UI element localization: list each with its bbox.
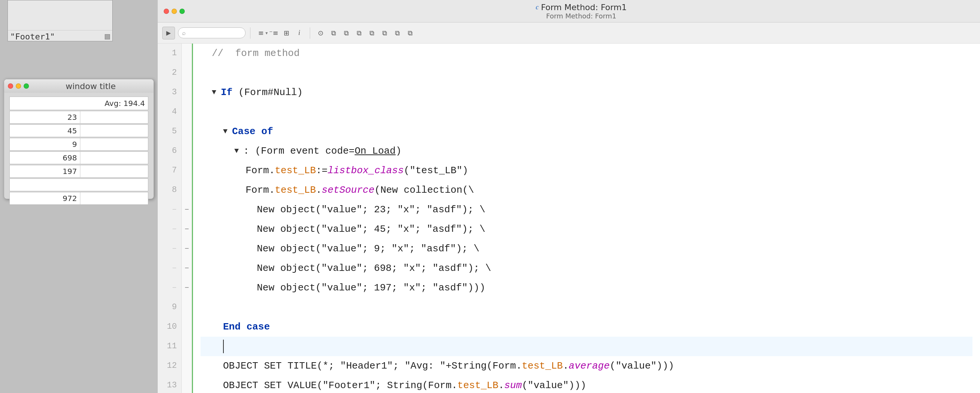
editor-body[interactable]: 1 2 3 4 5 6 7 8 – – – – – 9 10 11 12 13 … [158, 43, 980, 393]
line-num-13: 13 [158, 376, 177, 393]
editor-title-sub: Form Method: Form1 [188, 12, 974, 20]
editor-traffic-lights [164, 9, 185, 14]
collapse-if-icon[interactable]: ▼ [212, 83, 221, 102]
line-num-5: 5 [158, 122, 177, 141]
editor-toolbar: ▶ ⌕ ▾ ≡ ⁻≡ ⊞ i ⊙ ⧉ ⧉ ⧉ ⧉ ⧉ ⧉ ⧉ [158, 22, 980, 43]
collapse-colon-icon[interactable]: ▼ [234, 141, 243, 161]
format-buttons: ≡ ⁻≡ ⊞ i [255, 27, 305, 39]
clipboard-buttons: ⊙ ⧉ ⧉ ⧉ ⧉ ⧉ ⧉ ⧉ [315, 27, 416, 39]
editor-title-text: Form Method: Form1 [541, 3, 627, 12]
window-title: window title [32, 81, 150, 91]
gutter-minus-3: – [182, 239, 192, 259]
comment-text: // form method [212, 43, 300, 63]
code-line-cont-1: New object("value"; 23; "x"; "asdf"); \ [200, 200, 972, 219]
line-num-dash-4: – [158, 259, 177, 278]
line-num-dash-1: – [158, 200, 177, 219]
editor-title-center: c Form Method: Form1 Form Method: Form1 [188, 3, 974, 20]
editor-traffic-green[interactable] [180, 9, 185, 14]
end-case-keyword: End case [223, 317, 270, 337]
code-line-9 [200, 297, 972, 317]
cell-23: 23 [10, 111, 80, 123]
line-num-7: 7 [158, 161, 177, 181]
window-panel: window title Avg: 194.4 23 45 9 698 [4, 79, 154, 199]
cell-9: 9 [10, 138, 80, 150]
cell-197: 197 [10, 165, 80, 177]
clipboard-btn-7[interactable]: ⧉ [391, 27, 403, 39]
line-num-12: 12 [158, 356, 177, 376]
scroll-indicator[interactable] [105, 34, 110, 40]
window-content: Avg: 194.4 23 45 9 698 197 [4, 93, 154, 209]
code-line-3: ▼ If (Form#Null) [200, 83, 972, 102]
code-line-6: ▼ : (Form event code=On Load) [200, 141, 972, 161]
case-keyword: Case of [232, 122, 273, 141]
traffic-green[interactable] [24, 83, 29, 89]
data-row-4: 698 [10, 152, 148, 164]
cell-45: 45 [10, 125, 80, 137]
code-area[interactable]: // form method ▼ If (Form#Null) ▼ Case o… [193, 43, 980, 393]
editor-title-main: c Form Method: Form1 [188, 3, 974, 12]
clipboard-btn-2[interactable]: ⧉ [328, 27, 339, 39]
line-num-8: 8 [158, 181, 177, 200]
gutter: – – – – – [182, 43, 193, 393]
info-button[interactable]: i [293, 27, 305, 39]
clipboard-btn-3[interactable]: ⧉ [340, 27, 352, 39]
search-box[interactable]: ⌕ ▾ [178, 27, 245, 38]
traffic-red[interactable] [8, 83, 13, 89]
line-num-2: 2 [158, 63, 177, 83]
search-icon: ⌕ [182, 29, 186, 37]
editor-traffic-red[interactable] [164, 9, 169, 14]
editor-panel: c Form Method: Form1 Form Method: Form1 … [158, 0, 980, 393]
code-line-5: ▼ Case of [200, 122, 972, 141]
code-line-4 [200, 102, 972, 122]
code-line-13: OBJECT SET VALUE("Footer1"; String(Form.… [200, 376, 972, 393]
search-input[interactable] [188, 30, 263, 37]
on-load-link[interactable]: On Load [355, 141, 395, 161]
line-num-3: 3 [158, 83, 177, 102]
gutter-minus-1: – [182, 200, 192, 219]
code-line-cont-5: New object("value"; 197; "x"; "asdf"))) [200, 278, 972, 297]
clipboard-btn-1[interactable]: ⊙ [315, 27, 327, 39]
line-num-10: 10 [158, 317, 177, 337]
gutter-minus-5: – [182, 278, 192, 297]
format-button-1[interactable]: ≡ [255, 27, 267, 39]
format-button-3[interactable]: ⊞ [280, 27, 293, 39]
clipboard-btn-8[interactable]: ⧉ [404, 27, 416, 39]
editor-traffic-yellow[interactable] [172, 9, 177, 14]
run-button[interactable]: ▶ [162, 27, 175, 40]
format-button-2[interactable]: ⁻≡ [268, 27, 280, 39]
window-titlebar: window title [4, 79, 154, 93]
collapse-case-icon[interactable]: ▼ [223, 122, 232, 141]
data-row-7: 972 [10, 192, 148, 205]
code-line-7: Form.test_LB:=listbox_class("test_LB") [200, 161, 972, 181]
code-line-12: OBJECT SET TITLE(*; "Header1"; "Avg: "+S… [200, 356, 972, 376]
line-num-6: 6 [158, 141, 177, 161]
gutter-minus-2: – [182, 219, 192, 239]
editor-titlebar: c Form Method: Form1 Form Method: Form1 [158, 0, 980, 22]
c-language-icon: c [536, 3, 539, 11]
data-row-2: 45 [10, 125, 148, 137]
line-num-dash-2: – [158, 219, 177, 239]
code-line-1: // form method [200, 43, 972, 63]
clipboard-btn-5[interactable]: ⧉ [366, 27, 378, 39]
footer-label: "Footer1" [10, 32, 55, 42]
gutter-minus-4: – [182, 259, 192, 278]
data-row-3: 9 [10, 138, 148, 151]
if-keyword: If [221, 83, 232, 102]
clipboard-btn-6[interactable]: ⧉ [379, 27, 390, 39]
form-preview-top: "Footer1" [8, 0, 113, 42]
cell-972: 972 [10, 192, 80, 204]
cursor [223, 340, 224, 353]
line-num-9: 9 [158, 297, 177, 317]
line-num-11: 11 [158, 337, 177, 356]
clipboard-btn-4[interactable]: ⧉ [353, 27, 365, 39]
code-line-8: Form.test_LB.setSource(New collection(\ [200, 181, 972, 200]
traffic-yellow[interactable] [16, 83, 21, 89]
toolbar-separator-2 [310, 27, 310, 39]
line-numbers: 1 2 3 4 5 6 7 8 – – – – – 9 10 11 12 13 … [158, 43, 182, 393]
data-row-empty [10, 179, 148, 191]
avg-value: Avg: 194.4 [10, 99, 148, 108]
data-row-5: 197 [10, 165, 148, 178]
left-panel: "Footer1" window title Avg: 194.4 23 45 [0, 0, 158, 393]
line-num-dash-5: – [158, 278, 177, 297]
code-line-cont-4: New object("value"; 698; "x"; "asdf"); \ [200, 259, 972, 278]
